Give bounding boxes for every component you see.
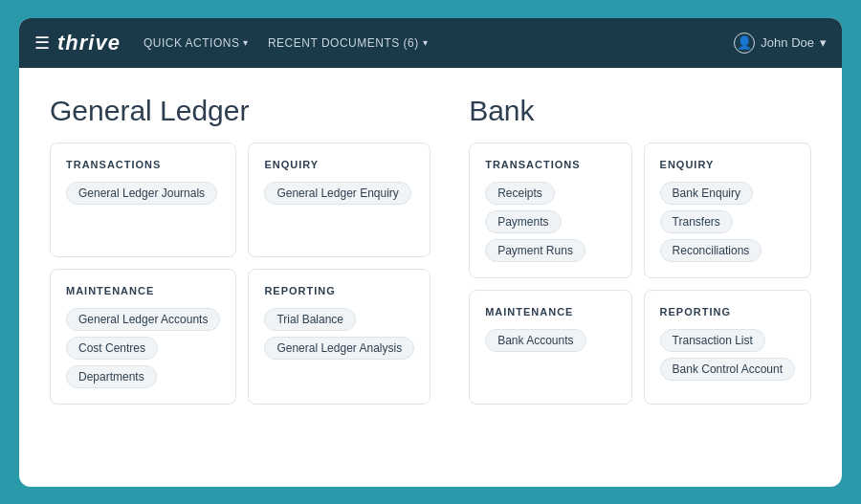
bank-maintenance-title: MAINTENANCE [485,306,615,318]
nav-actions: QUICK ACTIONS ▾ RECENT DOCUMENTS (6) ▾ [144,36,428,50]
gl-accounts-link[interactable]: General Ledger Accounts [66,308,220,331]
gl-enquiry-links: General Ledger Enquiry [264,182,414,205]
user-menu-caret: ▾ [820,35,827,50]
gl-maintenance-links: General Ledger Accounts Cost Centres Dep… [66,308,220,388]
bank-enquiry-links: Bank Enquiry Transfers Reconciliations [660,182,795,262]
bank-maintenance-links: Bank Accounts [485,329,615,352]
bank-enquiry-title: ENQUIRY [660,159,795,170]
gl-maintenance-title: MAINTENANCE [66,285,220,296]
bank-payment-runs-link[interactable]: Payment Runs [485,239,585,262]
gl-transactions-title: TRANSACTIONS [66,159,220,170]
gl-trial-balance-link[interactable]: Trial Balance [264,308,356,331]
nav-logo-area: ☰ thrive [34,31,121,55]
gl-analysis-link[interactable]: General Ledger Analysis [264,337,414,360]
general-ledger-section: General Ledger TRANSACTIONS General Ledg… [50,95,430,405]
sections-wrapper: General Ledger TRANSACTIONS General Ledg… [50,95,811,405]
gl-reporting-title: REPORTING [264,285,414,296]
gl-maintenance-card: MAINTENANCE General Ledger Accounts Cost… [50,269,236,405]
bank-transactions-links: Receipts Payments Payment Runs [485,182,615,262]
gl-reporting-card: REPORTING Trial Balance General Ledger A… [248,269,430,405]
user-avatar-icon: 👤 [734,33,755,54]
bank-transfers-link[interactable]: Transfers [660,210,733,233]
main-container: ☰ thrive QUICK ACTIONS ▾ RECENT DOCUMENT… [19,18,842,487]
hamburger-icon[interactable]: ☰ [34,33,50,54]
bank-transactions-title: TRANSACTIONS [485,159,615,170]
quick-actions-caret: ▾ [243,37,249,48]
bank-maintenance-card: MAINTENANCE Bank Accounts [469,290,631,405]
recent-documents-caret: ▾ [423,37,429,48]
gl-transactions-card: TRANSACTIONS General Ledger Journals [50,142,236,257]
bank-reporting-links: Transaction List Bank Control Account [660,329,795,381]
gl-reporting-links: Trial Balance General Ledger Analysis [264,308,414,360]
gl-departments-link[interactable]: Departments [66,365,157,388]
bank-enquiry-link[interactable]: Bank Enquiry [660,182,753,205]
gl-cost-centres-link[interactable]: Cost Centres [66,337,158,360]
user-name: John Doe [761,35,814,50]
bank-accounts-link[interactable]: Bank Accounts [485,329,585,352]
bank-enquiry-card: ENQUIRY Bank Enquiry Transfers Reconcili… [644,142,811,278]
bank-reconciliations-link[interactable]: Reconciliations [660,239,762,262]
bank-control-account-link[interactable]: Bank Control Account [660,358,795,381]
bank-reporting-card: REPORTING Transaction List Bank Control … [644,290,811,405]
gl-transactions-links: General Ledger Journals [66,182,220,205]
gl-journals-link[interactable]: General Ledger Journals [66,182,217,205]
bank-transactions-card: TRANSACTIONS Receipts Payments Payment R… [469,142,631,278]
bank-receipts-link[interactable]: Receipts [485,182,555,205]
bank-reporting-title: REPORTING [660,306,795,318]
bank-cards-grid: TRANSACTIONS Receipts Payments Payment R… [469,142,811,405]
bank-payments-link[interactable]: Payments [485,210,561,233]
app-logo: thrive [57,31,121,55]
navbar: ☰ thrive QUICK ACTIONS ▾ RECENT DOCUMENT… [19,18,842,68]
general-ledger-title: General Ledger [50,95,430,127]
gl-enquiry-card: ENQUIRY General Ledger Enquiry [248,142,430,257]
recent-documents-button[interactable]: RECENT DOCUMENTS (6) ▾ [268,36,428,50]
gl-enquiry-title: ENQUIRY [264,159,414,170]
bank-section: Bank TRANSACTIONS Receipts Payments Paym… [469,95,811,405]
user-menu[interactable]: 👤 John Doe ▾ [734,33,827,54]
general-ledger-cards-grid: TRANSACTIONS General Ledger Journals ENQ… [50,142,430,405]
bank-title: Bank [469,95,811,127]
gl-enquiry-link[interactable]: General Ledger Enquiry [264,182,410,205]
bank-transaction-list-link[interactable]: Transaction List [660,329,765,352]
content-area: General Ledger TRANSACTIONS General Ledg… [19,68,842,487]
quick-actions-button[interactable]: QUICK ACTIONS ▾ [144,36,249,50]
